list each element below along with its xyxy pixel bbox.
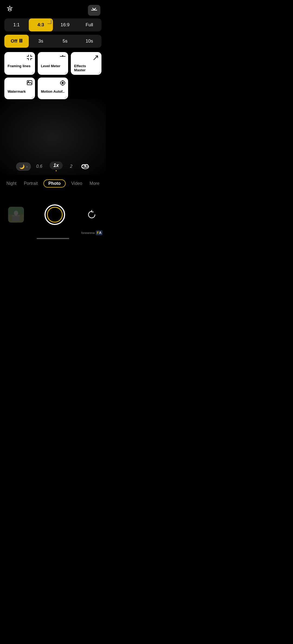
feature-grid-row2: Watermark Motion Autof.. [4,78,101,99]
mode-more[interactable]: More [88,180,101,187]
zoom-bar: 🌙 › 0.6 ··· 1x ··· 2 [0,162,106,171]
timer-3s[interactable]: 3s [29,35,53,48]
corner-mark [64,96,66,98]
aspect-4-3[interactable]: 4:3 [29,18,53,31]
arrow-right-icon: › [26,165,27,169]
zoom-active-dot [56,170,57,171]
svg-rect-22 [12,216,20,221]
settings-icon[interactable] [5,5,14,15]
aspect-full[interactable]: Full [77,18,102,31]
watermark-icon [27,80,32,86]
zoom-values: 0.6 ··· 1x ··· 2 [36,162,72,171]
aspect-ratio-row: 1:1 4:3 16:9 Full [4,18,101,31]
corner-mark [31,96,33,98]
watermark-f: F [97,231,99,235]
watermark-a: A [99,231,101,235]
framing-lines-icon [27,55,32,62]
feature-motion-autofocus[interactable]: Motion Autof.. [38,78,68,99]
zoom-dots-right: ··· [65,166,68,167]
mode-portrait[interactable]: Portrait [22,180,40,187]
mode-night[interactable]: Night [5,180,18,187]
gallery-thumbnail[interactable] [8,207,24,223]
motion-autofocus-icon [60,80,65,87]
spacer [0,191,106,199]
feature-level-meter[interactable]: Level Meter [38,52,68,75]
controls-panel: 1:1 4:3 16:9 Full Off 3s 5s 10s [0,18,106,99]
zoom-1x[interactable]: 1x [50,162,63,169]
corner-mark [98,72,100,74]
corner-mark [64,72,66,74]
watermark-area: fonearena F A [0,230,106,236]
bottom-controls [0,199,106,230]
timer-10s[interactable]: 10s [77,35,102,48]
motion-autofocus-label: Motion Autof.. [41,89,65,94]
timer-off[interactable]: Off [4,35,29,48]
level-meter-icon [60,55,65,60]
svg-marker-0 [7,6,12,10]
feature-effects-master[interactable]: Effects Master [71,52,101,75]
corner-mark [31,72,33,74]
top-bar [0,0,106,18]
svg-rect-2 [91,10,97,11]
svg-point-11 [62,83,63,83]
zoom-dots-left: ··· [44,166,47,167]
collapse-button[interactable] [88,5,100,16]
home-indicator [37,238,69,239]
timer-5s[interactable]: 5s [53,35,77,48]
svg-line-6 [95,56,98,58]
moon-icon: 🌙 [19,164,25,169]
mode-video[interactable]: Video [69,180,84,187]
svg-point-21 [14,211,18,215]
aspect-1-1[interactable]: 1:1 [4,18,29,31]
camera-flip-button[interactable] [86,209,98,221]
svg-marker-4 [62,55,63,56]
framing-lines-label: Framing lines [8,64,32,68]
timer-row: Off 3s 5s 10s [4,35,101,48]
feature-grid-row1: Framing lines Level Meter Effects M [4,52,101,75]
effects-master-label: Effects Master [74,64,98,72]
night-mode-zoom-button[interactable]: 🌙 › [16,162,31,171]
feature-framing-lines[interactable]: Framing lines [4,52,35,75]
effects-master-icon [93,55,99,62]
watermark-label: Watermark [8,89,32,94]
zoom-1x-container: 1x [50,162,63,171]
watermark-text: fonearena [81,231,95,234]
mode-bar: Night Portrait Photo Video More [0,175,106,191]
home-indicator-area [0,238,106,243]
level-meter-label: Level Meter [41,64,65,68]
watermark-logo: F A [96,230,103,235]
shutter-button[interactable] [44,204,65,225]
viewfinder[interactable]: 🌙 › 0.6 ··· 1x ··· 2 [0,99,106,175]
empty-card [71,78,101,99]
feature-watermark[interactable]: Watermark [4,78,35,99]
mode-photo[interactable]: Photo [43,179,65,188]
svg-point-8 [28,82,29,82]
hdr-cloud-button[interactable] [81,162,90,170]
shutter-inner-ring [47,207,63,223]
aspect-16-9[interactable]: 16:9 [53,18,77,31]
zoom-0-6[interactable]: 0.6 [36,164,42,169]
zoom-2[interactable]: 2 [70,164,72,169]
